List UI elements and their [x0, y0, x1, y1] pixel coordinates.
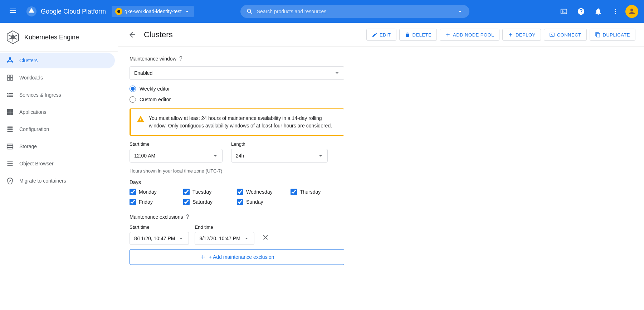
sidebar-header: Kubernetes Engine: [0, 23, 118, 52]
day-tuesday[interactable]: Tuesday: [183, 189, 237, 195]
duplicate-button[interactable]: DUPLICATE: [590, 29, 636, 41]
day-wednesday-label: Wednesday: [246, 189, 273, 195]
svg-rect-27: [7, 112, 10, 115]
exclusion-end-group: End time 8/12/20, 10:47 PM: [195, 224, 254, 245]
warning-box: You must allow at least 24 hours of main…: [130, 108, 344, 136]
sidebar-item-object-browser[interactable]: Object Browser: [0, 156, 115, 171]
day-monday-checkbox[interactable]: [130, 189, 136, 195]
day-wednesday[interactable]: Wednesday: [237, 189, 291, 195]
exclusion-start-chevron-icon: [178, 235, 184, 242]
day-wednesday-checkbox[interactable]: [237, 189, 243, 195]
day-thursday[interactable]: Thursday: [291, 189, 344, 195]
warning-icon: [137, 115, 145, 130]
hamburger-menu[interactable]: [6, 4, 20, 20]
app-title: Google Cloud Platform: [41, 8, 106, 15]
custom-editor-radio[interactable]: [130, 96, 136, 103]
length-dropdown[interactable]: 24h 4h 8h: [231, 149, 328, 163]
maintenance-window-dropdown-wrapper: Enabled Disabled: [130, 66, 344, 80]
project-dropdown-icon: [184, 8, 190, 15]
help-button[interactable]: [574, 4, 588, 19]
sidebar-item-storage[interactable]: Storage: [0, 139, 115, 154]
page-header: Clusters EDIT DELETE: [118, 23, 644, 47]
exclusions-help-icon[interactable]: ?: [186, 214, 189, 220]
back-button[interactable]: [127, 29, 138, 40]
svg-rect-30: [8, 129, 13, 130]
gcp-logo-icon: [26, 6, 37, 17]
notifications-button[interactable]: [591, 4, 605, 19]
day-sunday[interactable]: Sunday: [237, 199, 291, 205]
day-friday-checkbox[interactable]: [130, 199, 136, 205]
weekly-editor-option[interactable]: Weekly editor: [130, 86, 450, 92]
search-bar[interactable]: [240, 5, 469, 18]
timezone-note: Hours shown in your local time zone (UTC…: [130, 168, 450, 174]
add-exclusion-label: + Add maintenance exclusion: [209, 254, 274, 260]
exclusion-end-time-selector[interactable]: 8/12/20, 10:47 PM: [195, 232, 254, 245]
start-time-dropdown[interactable]: 12:00 AM 1:00 AM 2:00 AM: [130, 149, 223, 163]
maintenance-window-help-icon[interactable]: ?: [179, 55, 182, 62]
add-exclusion-icon: [200, 254, 206, 260]
sidebar-item-workloads[interactable]: Workloads: [0, 70, 115, 86]
length-label: Length: [231, 141, 328, 147]
connect-button[interactable]: CONNECT: [544, 29, 587, 41]
svg-line-9: [9, 38, 11, 39]
add-maintenance-exclusion-button[interactable]: + Add maintenance exclusion: [130, 249, 344, 265]
custom-editor-option[interactable]: Custom editor: [130, 96, 450, 103]
add-node-pool-icon: [445, 32, 451, 38]
add-node-pool-button[interactable]: ADD NODE POOL: [440, 29, 499, 41]
sidebar-item-applications-label: Applications: [19, 109, 47, 115]
start-time-dropdown-wrapper: 12:00 AM 1:00 AM 2:00 AM: [130, 149, 223, 163]
more-button[interactable]: [608, 4, 623, 19]
svg-point-37: [12, 148, 13, 149]
day-thursday-checkbox[interactable]: [291, 189, 297, 195]
sidebar-item-configuration[interactable]: Configuration: [0, 121, 115, 137]
maintenance-window-dropdown[interactable]: Enabled Disabled: [130, 66, 344, 80]
deploy-button[interactable]: DEPLOY: [502, 29, 541, 41]
weekly-editor-radio[interactable]: [130, 86, 136, 92]
day-sunday-checkbox[interactable]: [237, 199, 243, 205]
search-icon: [246, 8, 253, 15]
svg-point-1: [30, 9, 33, 12]
custom-editor-label: Custom editor: [140, 97, 171, 102]
edit-button[interactable]: EDIT: [366, 29, 396, 41]
day-saturday[interactable]: Saturday: [183, 199, 237, 205]
svg-rect-19: [8, 78, 10, 81]
terminal-button[interactable]: [557, 4, 571, 19]
svg-point-36: [12, 146, 13, 147]
exclusion-end-chevron-icon: [243, 235, 250, 242]
length-dropdown-wrapper: 24h 4h 8h: [231, 149, 328, 163]
sidebar-item-services[interactable]: Services & Ingress: [0, 87, 115, 103]
svg-point-23: [8, 93, 9, 94]
day-tuesday-checkbox[interactable]: [183, 189, 190, 195]
page-actions: EDIT DELETE ADD NODE POOL: [366, 29, 635, 41]
editor-type-radio-group: Weekly editor Custom editor: [130, 86, 450, 103]
day-monday[interactable]: Monday: [130, 189, 183, 195]
day-saturday-checkbox[interactable]: [183, 199, 190, 205]
workloads-icon: [6, 74, 14, 81]
svg-point-24: [8, 96, 9, 97]
exclusion-start-label: Start time: [130, 224, 189, 230]
delete-icon: [405, 32, 410, 38]
exclusion-end-label: End time: [195, 224, 254, 230]
exclusion-start-time-selector[interactable]: 8/11/20, 10:47 PM: [130, 232, 189, 245]
svg-line-8: [15, 38, 17, 39]
day-friday[interactable]: Friday: [130, 199, 183, 205]
sidebar-item-clusters[interactable]: Clusters: [0, 53, 115, 68]
exclusion-remove-button[interactable]: [260, 232, 271, 244]
maintenance-window-label: Maintenance window: [130, 56, 176, 62]
search-input[interactable]: [257, 9, 453, 14]
sidebar-item-applications[interactable]: Applications: [0, 104, 115, 120]
user-avatar[interactable]: [625, 5, 638, 18]
kubernetes-logo: [6, 30, 20, 44]
delete-button[interactable]: DELETE: [399, 29, 437, 41]
project-selector[interactable]: gke-workload-identity-test: [112, 6, 194, 17]
svg-rect-31: [8, 131, 13, 132]
applications-icon: [6, 108, 14, 116]
svg-rect-26: [10, 109, 13, 112]
days-section: Days Monday Tuesday Wednesday: [130, 179, 450, 205]
svg-rect-18: [10, 75, 13, 78]
sidebar-item-migrate[interactable]: Migrate to containers: [0, 173, 115, 189]
svg-rect-17: [8, 75, 10, 78]
connect-icon: [549, 32, 555, 38]
length-group: Length 24h 4h 8h: [231, 141, 328, 163]
day-tuesday-label: Tuesday: [192, 189, 211, 195]
